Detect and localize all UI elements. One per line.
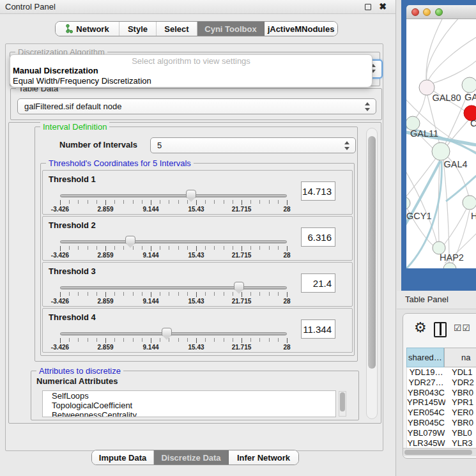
threshold-2-slider[interactable]: -3.4262.8599.14415.4321.71528 xyxy=(60,238,287,257)
table-cell[interactable]: YBR0 xyxy=(445,388,476,398)
table-cell[interactable]: YBR045C xyxy=(407,418,445,428)
tab-network[interactable]: Network xyxy=(56,22,119,36)
minimize-traffic-light-icon[interactable] xyxy=(423,8,431,16)
settings-group: Interval Definition Number of Intervals … xyxy=(8,122,381,424)
node-ga[interactable] xyxy=(462,77,476,93)
table-row[interactable]: YER054CYER0 xyxy=(407,408,476,418)
tab-infer-network[interactable]: Infer Network xyxy=(229,450,298,464)
table-cell[interactable]: YLR3 xyxy=(445,438,476,448)
float-window-icon[interactable] xyxy=(365,4,371,10)
table-row[interactable]: YBL079WYBL0 xyxy=(407,428,476,438)
slider-handle[interactable] xyxy=(162,328,172,336)
split-columns-icon[interactable] xyxy=(434,322,447,337)
interval-definition-group: Interval Definition Number of Intervals … xyxy=(35,127,358,362)
threshold-3-slider[interactable]: -3.4262.8599.14415.4321.71528 xyxy=(60,284,287,303)
network-canvas[interactable]: GAL80 GA C GAL11 GAL4 GCY1 H HAP2 xyxy=(406,19,476,268)
tab-jactivemnodules[interactable]: jActiveMNodules xyxy=(265,22,337,36)
scrollbar-thumb[interactable] xyxy=(404,450,472,455)
slider-track xyxy=(60,286,287,289)
slider-track xyxy=(60,194,287,197)
slider-major-tick xyxy=(151,292,151,297)
table-cell[interactable]: YDR27… xyxy=(407,378,445,388)
attributes-group-title: Attributes to discretize xyxy=(36,366,123,376)
threshold-3-value-field[interactable]: 21.4 xyxy=(301,273,335,293)
network-window-titlebar[interactable] xyxy=(406,5,476,19)
slider-major-tick xyxy=(196,246,197,251)
node-h[interactable] xyxy=(463,196,476,210)
table-cell[interactable]: YBL0 xyxy=(445,428,476,438)
dropdown-option-equal-width[interactable]: Equal Width/Frequency Discretization xyxy=(10,76,372,86)
table-panel-toolbar: ⚙ ☑☑ xyxy=(403,314,476,347)
table-row[interactable]: YBR043CYBR0 xyxy=(407,388,476,398)
table-row[interactable]: YDL19…YDL1 xyxy=(407,367,476,378)
table-cell[interactable]: YER054C xyxy=(407,408,445,418)
threshold-1-value-field[interactable]: 14.713 xyxy=(301,181,335,201)
table-cell[interactable]: YBR043C xyxy=(407,388,445,398)
tab-style[interactable]: Style xyxy=(119,22,157,36)
threshold-4-slider[interactable]: -3.4262.8599.14415.4321.71528 xyxy=(60,330,287,349)
number-of-intervals-label: Number of Intervals xyxy=(59,140,137,150)
table-cell[interactable]: YPR1 xyxy=(445,397,476,408)
dropdown-option-manual[interactable]: Manual Discretization xyxy=(10,66,372,76)
slider-tick-label: 28 xyxy=(283,344,290,351)
attribute-item[interactable]: BetweennessCentrality xyxy=(43,410,335,417)
slider-ticks: -3.4262.8599.14415.4321.71528 xyxy=(60,200,287,204)
table-cell[interactable]: YPR145W xyxy=(407,397,445,408)
threshold-2-label: Threshold 2 xyxy=(49,220,96,230)
node-gcy1[interactable] xyxy=(406,197,410,210)
attributes-group: Attributes to discretize Numerical Attri… xyxy=(31,371,359,420)
tab-discretize-data[interactable]: Discretize Data xyxy=(154,450,229,464)
table-cell[interactable]: YDL1 xyxy=(445,367,476,378)
table-panel-header: Table Panel xyxy=(397,291,476,309)
tab-cyni-toolbox[interactable]: Cyni Toolbox xyxy=(197,22,265,36)
table-row[interactable]: YDR27…YDR2 xyxy=(407,378,476,388)
slider-handle[interactable] xyxy=(186,190,196,198)
column-header-name[interactable]: na xyxy=(444,348,476,367)
slider-major-tick xyxy=(60,200,61,205)
slider-tick-label: -3.426 xyxy=(51,206,69,213)
right-region: GAL80 GA C GAL11 GAL4 GCY1 H HAP2 Table … xyxy=(397,0,476,476)
scrollbar-thumb[interactable] xyxy=(340,392,345,411)
select-columns-checkboxes-icon[interactable]: ☑☑ xyxy=(454,323,471,333)
attributes-scrollbar[interactable] xyxy=(339,391,346,417)
table-cell[interactable]: YBL079W xyxy=(407,428,445,438)
threshold-2-value-field[interactable]: 6.316 xyxy=(301,227,335,247)
gear-icon[interactable]: ⚙ xyxy=(414,319,427,336)
close-traffic-light-icon[interactable] xyxy=(411,8,419,16)
table-cell[interactable]: YDR2 xyxy=(445,378,476,388)
table-row[interactable]: YPR145WYPR1 xyxy=(407,397,476,408)
table-row[interactable]: YBR045CYBR0 xyxy=(407,418,476,428)
table-cell[interactable]: YDL19… xyxy=(407,367,445,378)
table-cell[interactable]: YER0 xyxy=(445,408,476,418)
attribute-item[interactable]: TopologicalCoefficient xyxy=(43,401,335,410)
table-cell[interactable]: YLR345W xyxy=(407,438,445,448)
table-data-combobox[interactable]: galFiltered.sif default node xyxy=(17,98,376,114)
slider-tick-label: 9.144 xyxy=(142,252,158,259)
slider-tick-label: 15.43 xyxy=(188,344,204,351)
zoom-traffic-light-icon[interactable] xyxy=(435,8,443,16)
dropdown-hint: Select algorithm to view settings xyxy=(10,55,372,66)
slider-tick-label: -3.426 xyxy=(51,298,69,305)
numerical-attributes-list[interactable]: SelfLoopsTopologicalCoefficientBetweenne… xyxy=(42,390,336,417)
column-header-shared-name[interactable]: shared… xyxy=(406,348,444,367)
control-panel: Control Panel ✖ Network Style Select Cyn… xyxy=(0,0,396,476)
scrollbar-thumb[interactable] xyxy=(368,136,376,369)
node-bottom[interactable] xyxy=(443,263,456,268)
threshold-1-slider[interactable]: -3.4262.8599.14415.4321.71528 xyxy=(60,192,287,211)
settings-scrollbar[interactable] xyxy=(366,128,378,419)
threshold-4-value-field[interactable]: 11.344 xyxy=(301,319,335,339)
table-row[interactable]: YLR345WYLR3 xyxy=(407,438,476,448)
tab-select[interactable]: Select xyxy=(157,22,197,36)
slider-handle[interactable] xyxy=(234,282,244,290)
tab-impute-data[interactable]: Impute Data xyxy=(92,450,154,464)
node-gal4[interactable] xyxy=(432,142,450,160)
slider-handle[interactable] xyxy=(125,236,135,244)
attribute-item[interactable]: SelfLoops xyxy=(43,391,335,401)
number-of-intervals-combobox[interactable]: 5 xyxy=(150,137,356,153)
close-icon[interactable]: ✖ xyxy=(379,1,387,12)
table-data-group: Table Data galFiltered.sif default node xyxy=(10,88,382,120)
top-tab-bar: Network Style Select Cyni Toolbox jActiv… xyxy=(55,21,338,36)
table-horizontal-scrollbar[interactable] xyxy=(403,448,476,456)
table-cell[interactable]: YBR0 xyxy=(445,418,476,428)
tab-style-label: Style xyxy=(128,24,148,34)
